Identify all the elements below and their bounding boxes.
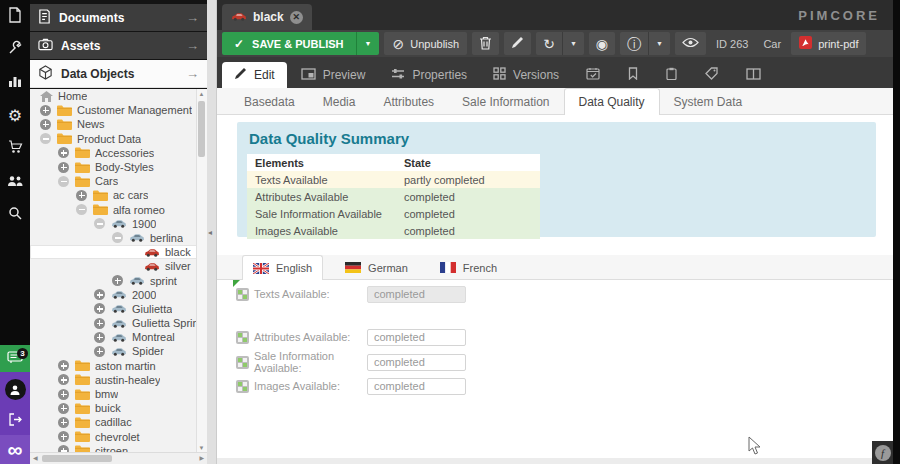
tree-item[interactable]: Cars	[30, 174, 197, 188]
language-tab-french[interactable]: French	[430, 256, 507, 279]
tree-item[interactable]: Body-Styles	[30, 160, 197, 174]
tree-item[interactable]: alfa romeo	[30, 203, 197, 217]
content-tab-data-quality[interactable]: Data Quality	[564, 88, 660, 115]
tree-item[interactable]: Spider	[30, 344, 197, 358]
content-tab-sale-information[interactable]: Sale Information	[448, 89, 563, 114]
reload-options-caret[interactable]: ▼	[562, 32, 584, 55]
tree-item[interactable]: Accessories	[30, 146, 197, 160]
scroll-up-arrow[interactable]: ▲	[197, 91, 206, 97]
tree-expander-plus-icon[interactable]	[94, 346, 105, 357]
tree-item[interactable]: aston martin	[30, 359, 197, 373]
tree-item[interactable]: News	[30, 117, 197, 131]
language-tab-english[interactable]: English	[242, 255, 323, 280]
info-options-caret[interactable]: ▼	[648, 32, 670, 55]
tree-expander-plus-icon[interactable]	[94, 318, 105, 329]
tree-expander-plus-icon[interactable]	[58, 374, 69, 385]
tree-expander-plus-icon[interactable]	[58, 417, 69, 428]
documents-rail-button[interactable]	[0, 0, 30, 33]
tree-item[interactable]: ac cars	[30, 188, 197, 202]
tree-expander-plus-icon[interactable]	[58, 389, 69, 400]
tree-expander-plus-icon[interactable]	[94, 289, 105, 300]
tree-item[interactable]: Gulietta Sprint Specia	[30, 316, 197, 330]
pimcore-logo-button[interactable]: ∞	[0, 435, 30, 464]
notifications-button[interactable]: 3	[0, 345, 30, 372]
tree-expander-plus-icon[interactable]	[58, 431, 69, 442]
tree-item[interactable]: cadillac	[30, 415, 197, 429]
tree-expander-plus-icon[interactable]	[94, 303, 105, 314]
tree-item-selected[interactable]: black	[30, 245, 197, 259]
tree-expander-minus-icon[interactable]	[112, 232, 123, 243]
close-icon[interactable]: ✕	[290, 11, 303, 24]
tree-expander-plus-icon[interactable]	[40, 105, 51, 116]
editor-tab-versions[interactable]: Versions	[481, 62, 571, 88]
editor-tab-book[interactable]	[733, 62, 774, 88]
field-input[interactable]: completed	[367, 286, 466, 303]
tools-rail-button[interactable]	[0, 33, 30, 66]
content-tab-system-data[interactable]: System Data	[660, 89, 757, 114]
delete-button[interactable]	[472, 32, 499, 55]
logout-button[interactable]	[0, 407, 30, 435]
open-preview-button[interactable]	[675, 32, 706, 55]
tree-expander-minus-icon[interactable]	[40, 133, 51, 144]
users-rail-button[interactable]	[0, 165, 30, 198]
tree-item[interactable]: Customer Management	[30, 103, 197, 117]
field-input[interactable]: completed	[367, 329, 466, 346]
editor-tab-clipboard[interactable]	[653, 62, 690, 88]
tree-item[interactable]: Home	[30, 89, 197, 103]
tree-expander-plus-icon[interactable]	[58, 147, 69, 158]
tree-item[interactable]: 1900	[30, 217, 197, 231]
locate-in-tree-button[interactable]: ◉	[589, 32, 615, 55]
tree-expander-minus-icon[interactable]	[58, 176, 69, 187]
unpublish-button[interactable]: ⊘ Unpublish	[384, 32, 467, 55]
user-menu-button[interactable]	[0, 372, 30, 407]
tree-expander-plus-icon[interactable]	[58, 403, 69, 414]
settings-rail-button[interactable]: ⚙	[0, 99, 30, 132]
accordion-data-objects[interactable]: Data Objects →	[30, 60, 207, 88]
collapse-handle-icon[interactable]: ◂	[208, 228, 212, 237]
scroll-left-arrow[interactable]: ◀	[33, 453, 38, 464]
tree-item[interactable]: chevrolet	[30, 430, 197, 444]
scroll-thumb[interactable]	[198, 101, 205, 157]
tree-item[interactable]: Montreal	[30, 330, 197, 344]
tree-item[interactable]: berlina	[30, 231, 197, 245]
print-pdf-button[interactable]: print-pdf	[791, 32, 866, 55]
tree-expander-minus-icon[interactable]	[94, 218, 105, 229]
reload-button[interactable]: ↻	[536, 32, 562, 55]
reports-rail-button[interactable]	[0, 66, 30, 99]
tree-expander-plus-icon[interactable]	[94, 332, 105, 343]
field-input[interactable]: completed	[367, 378, 466, 395]
scroll-down-arrow[interactable]: ▼	[197, 445, 206, 451]
editor-tab-calendar[interactable]	[573, 62, 613, 88]
search-rail-button[interactable]	[0, 198, 30, 231]
content-tab-attributes[interactable]: Attributes	[369, 89, 448, 114]
save-publish-button[interactable]: ✓ SAVE & PUBLISH	[222, 32, 356, 55]
tree-expander-plus-icon[interactable]	[40, 119, 51, 130]
tree-item[interactable]: sprint	[30, 273, 197, 287]
info-button[interactable]: ⓘ	[620, 32, 648, 55]
field-input[interactable]: completed	[367, 354, 466, 371]
tree-item[interactable]: Product Data	[30, 132, 197, 146]
editor-tab-tag[interactable]	[692, 62, 731, 88]
tree-horizontal-scrollbar[interactable]: ◀ ▶	[30, 452, 207, 464]
tree-item[interactable]: silver	[30, 259, 197, 273]
content-tab-basedata[interactable]: Basedata	[230, 89, 309, 114]
ecommerce-rail-button[interactable]	[0, 132, 30, 165]
tree-expander-plus-icon[interactable]	[76, 190, 87, 201]
tree-item[interactable]: austin-healey	[30, 373, 197, 387]
content-tab-media[interactable]: Media	[309, 89, 370, 114]
tab-black[interactable]: black ✕	[222, 4, 312, 30]
tree-expander-minus-icon[interactable]	[76, 204, 87, 215]
corner-badge[interactable]: f	[872, 441, 893, 464]
language-tab-german[interactable]: German	[335, 256, 418, 279]
accordion-assets[interactable]: Assets →	[30, 32, 207, 59]
tree-expander-plus-icon[interactable]	[58, 360, 69, 371]
tree-vertical-scrollbar[interactable]: ▲ ▼	[196, 89, 207, 453]
editor-tab-properties[interactable]: Properties	[379, 62, 479, 88]
tree-item[interactable]: Giulietta	[30, 302, 197, 316]
tree-item[interactable]: 2000	[30, 288, 197, 302]
tree-item[interactable]: bmw	[30, 387, 197, 401]
tree-expander-plus-icon[interactable]	[58, 162, 69, 173]
editor-tab-preview[interactable]: Preview	[289, 62, 378, 88]
editor-tab-bookmark[interactable]	[615, 62, 651, 88]
panel-splitter[interactable]: ◂	[207, 0, 217, 464]
